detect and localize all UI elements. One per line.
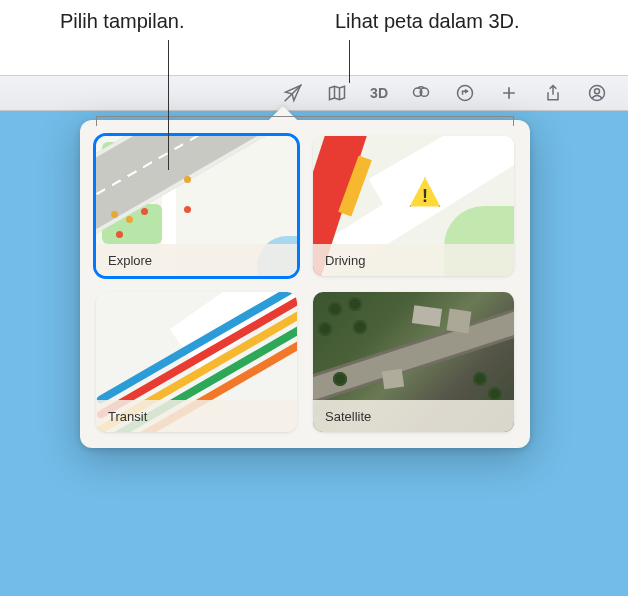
directions-button[interactable] xyxy=(454,82,476,104)
add-button[interactable] xyxy=(498,82,520,104)
mode-driving[interactable]: Driving xyxy=(313,136,514,276)
3d-button[interactable]: 3D xyxy=(370,82,388,104)
svg-point-5 xyxy=(595,89,600,94)
mode-transit-label: Transit xyxy=(96,400,297,432)
callout-layer: Pilih tampilan. Lihat peta dalam 3D. xyxy=(0,0,628,80)
location-button[interactable] xyxy=(282,82,304,104)
look-around-button[interactable] xyxy=(410,82,432,104)
mode-driving-label: Driving xyxy=(313,244,514,276)
mode-transit[interactable]: Transit xyxy=(96,292,297,432)
callout-3d: Lihat peta dalam 3D. xyxy=(335,10,520,33)
mode-explore[interactable]: Explore xyxy=(96,136,297,276)
map-mode-popover: Explore Driving Transit xyxy=(80,120,530,448)
toolbar: 3D xyxy=(0,75,628,111)
mode-satellite[interactable]: Satellite xyxy=(313,292,514,432)
callout-line xyxy=(349,40,350,83)
callout-choose-view: Pilih tampilan. xyxy=(60,10,185,33)
mode-satellite-label: Satellite xyxy=(313,400,514,432)
share-button[interactable] xyxy=(542,82,564,104)
mode-explore-label: Explore xyxy=(96,244,297,276)
callout-line xyxy=(168,40,169,170)
map-mode-button[interactable] xyxy=(326,82,348,104)
account-button[interactable] xyxy=(586,82,608,104)
